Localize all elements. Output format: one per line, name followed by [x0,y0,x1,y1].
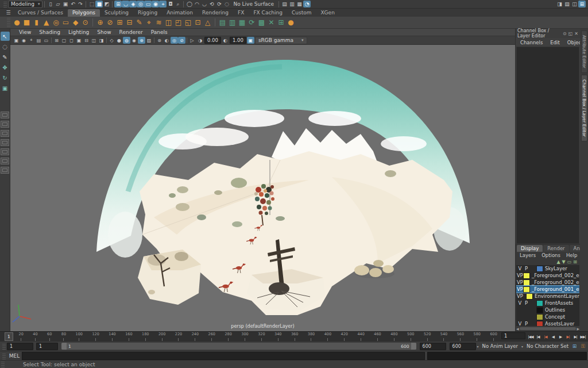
step-back-frame-button[interactable]: |◀ [535,333,541,340]
animation-end-field[interactable]: 600 [450,343,476,350]
anim-layer-menu-icon[interactable]: ▾ [477,344,479,348]
select-component-icon[interactable]: ◩ [103,1,110,7]
shelf-tab[interactable]: Polygons [68,9,100,17]
timeline-tick[interactable]: 560 [457,332,464,342]
camera-attributes-icon[interactable]: ⌖ [28,37,35,44]
grid-icon[interactable]: ⊞ [53,37,60,44]
close-icon[interactable]: ✕ [574,31,578,36]
range-grip[interactable] [2,343,6,350]
go-to-start-button[interactable]: |◀◀ [527,333,534,340]
layout-three-split[interactable] [1,148,9,155]
shelf-tab[interactable]: Rendering [198,9,233,17]
ring-icon-3[interactable]: ◡ [200,1,208,7]
range-slider-left-handle[interactable] [61,343,67,350]
timeline-tick[interactable]: 140 [109,332,115,342]
shelf-tab[interactable]: FX Caching [249,9,287,17]
playback-end-field[interactable]: 600 [420,343,446,350]
timeline-tick[interactable]: 100 [76,332,83,342]
timeline-tick[interactable]: 280 [225,332,231,342]
pane-grid-icon[interactable]: ⊞ [276,18,286,28]
timeline-tick[interactable]: 40 [33,332,37,342]
wireframe-on-shaded-icon[interactable]: ⊕ [138,37,145,44]
timeline-tick[interactable]: 300 [241,332,248,342]
AssetsLayer[interactable]: V P AssetsLayer [516,320,579,326]
toggle-attribute-editor-icon[interactable]: ◨ [556,1,563,7]
view-transform-icon[interactable]: ▣ [247,37,254,44]
current-frame-marker[interactable]: 1 [5,332,13,341]
layer-editor-menu-item[interactable]: Help [564,252,579,258]
save-scene-icon[interactable]: ▣ [61,1,69,7]
Concept[interactable]: Concept [516,313,579,320]
material-sphere-icon[interactable]: ● [286,18,296,28]
shelf-tab[interactable]: XGen [316,9,339,17]
viewport-menu-item[interactable]: Show [93,29,115,35]
move-layer-up-icon[interactable]: ▲ [556,259,560,264]
lasso-tool[interactable]: ◌ [1,42,10,51]
_Foreground_002_es:Er[interactable]: V P _Foreground_002_es:Er [516,279,579,286]
mirror-icon[interactable]: △ [203,18,212,28]
timeline-tick[interactable]: 160 [125,332,132,342]
channel-box-empty-area[interactable] [516,47,579,244]
layout-four-pane[interactable] [1,121,9,128]
step-back-key-button[interactable]: |◀ [542,333,549,340]
layer-visibility-toggle[interactable]: V [517,266,523,271]
step-forward-frame-button[interactable]: ▶| [572,333,579,340]
layer-color-swatch[interactable] [526,293,533,300]
timeline-tick[interactable]: 260 [208,332,215,342]
timeline-tick[interactable]: 420 [341,332,348,342]
shelf-tab[interactable]: Curves / Surfaces [13,9,68,17]
bevel-icon[interactable]: ◱ [183,18,193,28]
channel-box-menu-item[interactable]: Edit [547,40,563,45]
layer-playback-toggle[interactable]: P [523,266,529,271]
_Foreground_001_es:Er[interactable]: V P _Foreground_001_es:Er [516,286,579,293]
toggle-tool-settings-icon[interactable]: ▤ [563,1,571,7]
layout-two-stack[interactable] [1,139,9,146]
timeline-tick[interactable]: 320 [258,332,265,342]
playback-start-field[interactable]: 1 [36,343,58,350]
folder-export-icon[interactable]: ▤ [218,18,227,28]
field-chart-icon[interactable]: ⊟ [83,37,90,44]
exposure-field[interactable]: 0.00 [204,37,221,44]
image-plane-icon[interactable]: ▭ [42,37,50,44]
viewport-menu-item[interactable]: View [15,29,35,35]
quad-draw-icon[interactable]: ⊡ [193,18,203,28]
snap-view-plane-icon[interactable]: ▭ [144,1,152,7]
channel-box-menu-item[interactable]: Channels [517,40,546,45]
film-gate-icon[interactable]: ▢ [60,37,68,44]
character-set-menu-icon[interactable]: ▾ [521,344,523,348]
select-tool[interactable]: ↖ [1,32,10,41]
undo-icon[interactable]: ↶ [69,1,76,7]
layer-playback-toggle[interactable]: P [523,300,529,306]
timeline-tick[interactable]: 600 [490,332,497,342]
view-transform-dropdown[interactable]: sRGB gamma ▾ [255,37,307,44]
insert-edge-loop-icon[interactable]: ⊟ [125,18,134,28]
shelf-grip[interactable] [7,18,10,27]
shadows-icon[interactable]: ◐ [163,37,171,44]
rotate-tool[interactable]: ↻ [1,73,10,82]
select-hierarchy-icon[interactable]: ⬚ [88,1,95,7]
timeline-tick[interactable]: 80 [61,332,66,342]
new-scene-icon[interactable]: ▯ [47,1,54,7]
timeline-tick[interactable]: 240 [192,332,199,342]
anim-key-settings-icon[interactable]: ⊞ [571,343,578,350]
viewport-menu-item[interactable]: Renderer [115,29,147,35]
combine-icon[interactable]: ⊕ [95,18,105,28]
EnvironmentLayer[interactable]: V P EnvironmentLayer [516,293,579,300]
viewport-menu-item[interactable]: Panels [147,29,172,35]
create-polygon-icon[interactable]: ✎ [134,18,144,28]
shelf-tab[interactable]: FX [233,9,249,17]
FrontAssets[interactable]: V P FrontAssets [516,300,579,306]
create-layer-from-selected-icon[interactable]: ⊞ [573,259,577,264]
textured-icon[interactable]: ◍ [123,37,130,44]
use-default-material-icon[interactable]: ◉ [130,37,138,44]
layer-visibility-toggle[interactable]: V [517,321,523,326]
toolbar-grip[interactable] [3,1,7,7]
step-forward-key-button[interactable]: ▶| [564,333,571,340]
poly-platonic-icon[interactable]: ⊙ [80,18,90,28]
snap-grid-icon[interactable]: ⊞ [114,1,122,7]
timeline-tick[interactable]: 400 [324,332,331,342]
timeline-tick[interactable]: 360 [291,332,298,342]
ring-icon-5[interactable]: ⟳ [215,1,223,7]
extrude-icon[interactable]: ◰ [173,18,183,28]
timeline-tick[interactable]: 460 [374,332,381,342]
